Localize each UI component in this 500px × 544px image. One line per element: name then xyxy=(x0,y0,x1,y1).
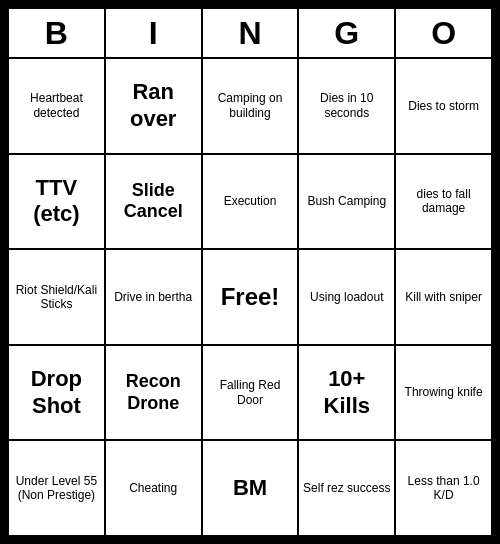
bingo-cell: Heartbeat detected xyxy=(8,58,105,154)
bingo-cell: TTV (etc) xyxy=(8,154,105,250)
bingo-cell: Drive in bertha xyxy=(105,249,202,345)
bingo-cell: Cheating xyxy=(105,440,202,536)
bingo-cell: Dies to storm xyxy=(395,58,492,154)
bingo-cell: Self rez success xyxy=(298,440,395,536)
bingo-cell: Slide Cancel xyxy=(105,154,202,250)
bingo-cell: Free! xyxy=(202,249,299,345)
header-letter: G xyxy=(298,8,395,58)
bingo-card: BINGO Heartbeat detectedRan overCamping … xyxy=(5,5,495,539)
header-letter: O xyxy=(395,8,492,58)
bingo-row: Heartbeat detectedRan overCamping on bui… xyxy=(8,58,492,154)
bingo-cell: Bush Camping xyxy=(298,154,395,250)
bingo-cell: Under Level 55 (Non Prestige) xyxy=(8,440,105,536)
bingo-cell: Recon Drone xyxy=(105,345,202,441)
bingo-cell: 10+ Kills xyxy=(298,345,395,441)
bingo-cell: Dies in 10 seconds xyxy=(298,58,395,154)
bingo-cell: Camping on building xyxy=(202,58,299,154)
bingo-cell: Drop Shot xyxy=(8,345,105,441)
header-letter: B xyxy=(8,8,105,58)
bingo-cell: Kill with sniper xyxy=(395,249,492,345)
bingo-cell: Falling Red Door xyxy=(202,345,299,441)
bingo-row: Riot Shield/Kali SticksDrive in berthaFr… xyxy=(8,249,492,345)
bingo-cell: Ran over xyxy=(105,58,202,154)
bingo-cell: Execution xyxy=(202,154,299,250)
bingo-row: Under Level 55 (Non Prestige)CheatingBMS… xyxy=(8,440,492,536)
header-letter: N xyxy=(202,8,299,58)
bingo-cell: dies to fall damage xyxy=(395,154,492,250)
bingo-row: Drop ShotRecon DroneFalling Red Door10+ … xyxy=(8,345,492,441)
bingo-row: TTV (etc)Slide CancelExecutionBush Campi… xyxy=(8,154,492,250)
header-letter: I xyxy=(105,8,202,58)
bingo-grid: Heartbeat detectedRan overCamping on bui… xyxy=(8,58,492,536)
bingo-cell: Less than 1.0 K/D xyxy=(395,440,492,536)
bingo-cell: BM xyxy=(202,440,299,536)
bingo-header: BINGO xyxy=(8,8,492,58)
bingo-cell: Using loadout xyxy=(298,249,395,345)
bingo-cell: Riot Shield/Kali Sticks xyxy=(8,249,105,345)
bingo-cell: Throwing knife xyxy=(395,345,492,441)
